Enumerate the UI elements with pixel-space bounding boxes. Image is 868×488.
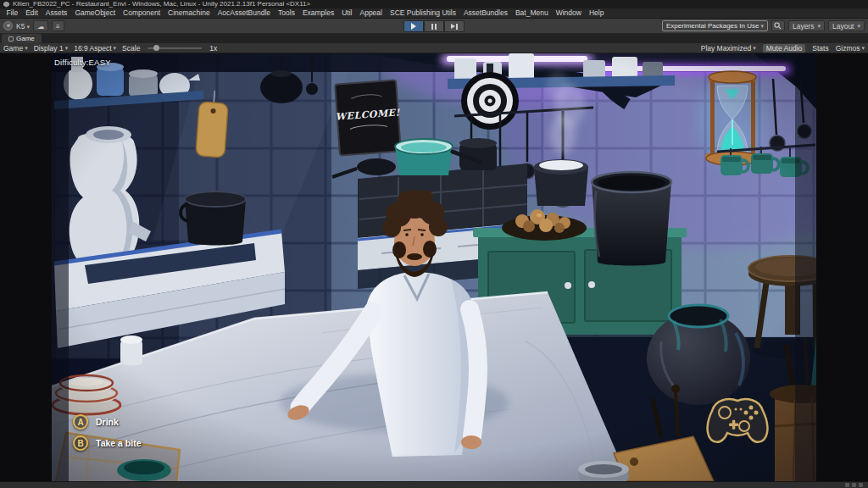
menu-item-tools[interactable]: Tools — [275, 8, 299, 18]
tab-game-label: Game — [16, 35, 35, 42]
tab-game[interactable]: Game — [2, 34, 42, 43]
game-view-icon — [8, 36, 14, 42]
step-button[interactable] — [444, 20, 465, 32]
cloud-services-button[interactable] — [33, 20, 48, 31]
menu-item-util[interactable]: Util — [338, 8, 356, 18]
unity-editor-window: Kilien_FB2022_PC - Restaurant_Envi - Win… — [0, 0, 868, 488]
menu-bar: File Edit Assets GameObject Component Ci… — [0, 8, 868, 19]
cloud-icon — [37, 22, 44, 30]
account-dropdown[interactable]: K5 — [16, 22, 30, 30]
menu-item-sce-publishing-utils[interactable]: SCE Publishing Utils — [386, 8, 459, 18]
title-bar: Kilien_FB2022_PC - Restaurant_Envi - Win… — [0, 0, 868, 8]
menu-item-gameobject[interactable]: GameObject — [71, 8, 120, 18]
pause-icon — [431, 24, 437, 30]
layout-dropdown[interactable]: Layout — [828, 20, 865, 31]
aspect-ratio-dropdown[interactable]: 16:9 Aspect — [74, 44, 116, 53]
play-icon — [411, 23, 416, 30]
window-title: Kilien_FB2022_PC - Restaurant_Envi - Win… — [13, 0, 310, 8]
game-viewport[interactable]: WELCOME! — [0, 53, 868, 481]
scale-slider-handle[interactable] — [153, 45, 159, 51]
search-button[interactable] — [771, 20, 785, 31]
play-maximized-dropdown[interactable]: Play Maximized — [701, 44, 756, 53]
search-icon — [774, 22, 782, 30]
unity-logo-icon — [3, 2, 9, 8]
menu-item-assetbundles[interactable]: AssetBundles — [459, 8, 511, 18]
status-activity-icon[interactable] — [852, 483, 856, 487]
prompt-drink-label: Drink — [96, 417, 119, 427]
display-dropdown[interactable]: Display 1 — [34, 44, 68, 53]
pause-button[interactable] — [424, 20, 444, 32]
gamepad-a-button-icon: A — [73, 414, 88, 430]
main-toolbar: K5 Experimental Packages In Use Layers L… — [0, 19, 868, 34]
play-controls — [403, 20, 465, 32]
account-avatar[interactable] — [3, 21, 13, 30]
button-prompts-hud: A Drink B Take a bite — [73, 414, 142, 451]
status-progress-icon[interactable] — [859, 483, 863, 487]
step-icon — [451, 24, 458, 30]
menu-item-window[interactable]: Window — [552, 8, 585, 18]
status-console-icon[interactable] — [845, 483, 849, 487]
play-button[interactable] — [403, 20, 424, 32]
game-view-mode-dropdown[interactable]: Game — [3, 44, 28, 53]
prompt-take-a-bite-label: Take a bite — [96, 438, 142, 448]
scale-value: 1x — [209, 44, 217, 53]
menu-item-cinemachine[interactable]: Cinemachine — [164, 8, 214, 18]
menu-item-bat-menu[interactable]: Bat_Menu — [511, 8, 552, 18]
gamepad-b-button-icon: B — [73, 435, 88, 451]
mute-audio-toggle[interactable]: Mute Audio — [763, 44, 806, 53]
menu-item-aocassetbundle[interactable]: AocAssetBundle — [214, 8, 274, 18]
menu-item-examples[interactable]: Examples — [298, 8, 337, 18]
gamepad-icon — [702, 391, 773, 450]
menu-item-edit[interactable]: Edit — [22, 8, 42, 18]
menu-item-appeal[interactable]: Appeal — [356, 8, 386, 18]
menu-item-help[interactable]: Help — [585, 8, 607, 18]
scale-slider[interactable] — [147, 47, 202, 49]
game-view-toolbar: Game Display 1 16:9 Aspect Scale 1x Play… — [0, 43, 868, 53]
prompt-drink: A Drink — [73, 414, 142, 430]
prompt-take-a-bite: B Take a bite — [73, 435, 142, 451]
layers-dropdown[interactable]: Layers — [788, 20, 825, 31]
experimental-packages-badge[interactable]: Experimental Packages In Use — [662, 20, 768, 31]
difficulty-hud: Difficulty:EASY — [54, 58, 111, 67]
stats-toggle[interactable]: Stats — [812, 44, 828, 53]
status-bar — [0, 481, 868, 488]
menu-item-file[interactable]: File — [3, 8, 22, 18]
list-icon — [56, 22, 60, 30]
gizmos-dropdown[interactable]: Gizmos — [836, 44, 865, 53]
scale-label: Scale — [122, 44, 140, 53]
panel-tab-bar: Game — [0, 34, 868, 43]
undo-history-button[interactable] — [52, 20, 64, 31]
menu-item-component[interactable]: Component — [120, 8, 164, 18]
menu-item-assets[interactable]: Assets — [42, 8, 71, 18]
